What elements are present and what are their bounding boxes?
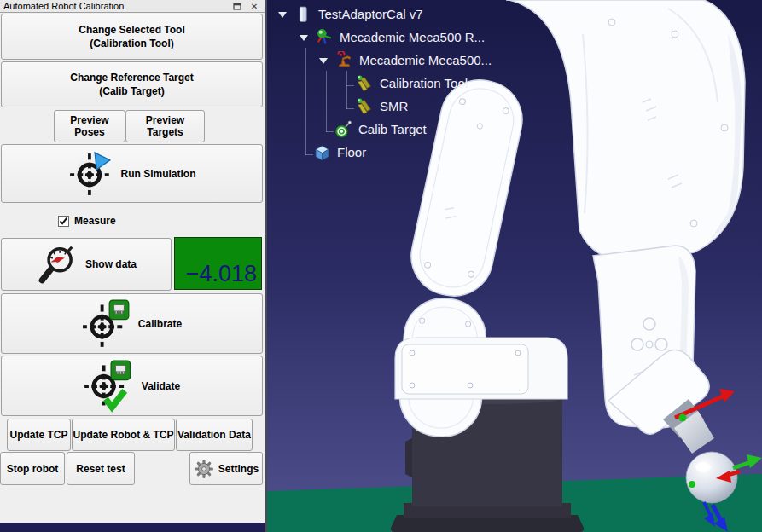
preview-targets-label: Preview Targets (126, 114, 204, 138)
change-tool-line2: (Calibration Tool) (90, 37, 173, 50)
validate-icon (84, 360, 135, 413)
validate-label: Validate (142, 380, 180, 392)
tool-icon (356, 97, 374, 115)
update-tcp-button[interactable]: Update TCP (7, 419, 71, 451)
change-reference-target-button[interactable]: Change Reference Target (Calib Target) (1, 61, 263, 107)
calibrate-button[interactable]: Calibrate (1, 293, 263, 354)
viewport-3d[interactable]: TestAdaptorCal v7 Mecademic Meca500 R... (267, 0, 762, 532)
panel-titlebar: Automated Robot Calibration ✕ (0, 0, 265, 13)
stop-robot-button[interactable]: Stop robot (0, 452, 65, 485)
robodk-window: Automated Robot Calibration ✕ Change Sel… (0, 0, 762, 532)
panel-bottom-strip (0, 523, 265, 532)
change-target-line2: (Calib Target) (99, 84, 164, 98)
close-icon[interactable]: ✕ (247, 1, 261, 12)
change-target-line1: Change Reference Target (70, 71, 194, 84)
settings-label: Settings (218, 463, 259, 475)
flange-marker-green (679, 414, 687, 422)
run-simulation-button[interactable]: Run Simulation (1, 144, 263, 203)
tree-item-label: Calibration Tool (380, 76, 468, 90)
measurement-display: −4.018 (174, 237, 262, 290)
validation-data-label: Validation Data (177, 429, 251, 441)
expand-toggle[interactable] (277, 10, 288, 19)
measure-checkbox[interactable] (58, 216, 69, 227)
reset-test-label: Reset test (76, 463, 125, 475)
tree-item-robot-frame[interactable]: Mecademic Meca500 R... (272, 26, 492, 49)
robot-base (395, 338, 567, 399)
panel-title: Automated Robot Calibration (3, 1, 230, 11)
gear-icon (194, 459, 214, 479)
expand-toggle[interactable] (299, 33, 309, 42)
preview-poses-label: Preview Poses (55, 114, 125, 138)
tree-item-label: TestAdaptorCal v7 (318, 7, 423, 21)
reset-test-button[interactable]: Reset test (67, 452, 135, 485)
change-selected-tool-button[interactable]: Change Selected Tool (Calibration Tool) (1, 14, 263, 60)
gauge-magnifier-icon (36, 243, 79, 286)
tool-icon (356, 74, 374, 92)
robot-icon (335, 51, 353, 69)
calibrate-icon (82, 299, 131, 349)
run-simulation-icon (68, 151, 114, 197)
update-tcp-label: Update TCP (9, 429, 67, 441)
stop-robot-label: Stop robot (7, 463, 59, 475)
expand-toggle[interactable] (318, 56, 329, 65)
settings-button[interactable]: Settings (189, 452, 263, 485)
tree-item-station[interactable]: TestAdaptorCal v7 (272, 3, 492, 26)
measure-row: Measure (58, 213, 116, 228)
tree-item-label: Calib Target (358, 122, 427, 136)
tree-item-label: Floor (337, 145, 366, 159)
target-icon (334, 120, 352, 138)
change-tool-line1: Change Selected Tool (79, 23, 184, 37)
update-robot-tcp-button[interactable]: Update Robot & TCP (72, 419, 175, 451)
update-robot-tcp-label: Update Robot & TCP (73, 429, 174, 441)
float-panel-icon[interactable] (230, 1, 244, 12)
station-tree: TestAdaptorCal v7 Mecademic Meca500 R... (272, 3, 492, 164)
preview-poses-button[interactable]: Preview Poses (54, 110, 125, 142)
sphere-marker-green (689, 481, 695, 488)
validate-button[interactable]: Validate (1, 356, 263, 416)
tree-item-label: Mecademic Meca500 R... (340, 30, 485, 44)
sphere-highlight (695, 462, 711, 472)
tree-item-label: SMR (380, 99, 408, 113)
preview-targets-button[interactable]: Preview Targets (125, 110, 205, 142)
validation-data-button[interactable]: Validation Data (176, 419, 253, 451)
show-data-button[interactable]: Show data (1, 238, 172, 291)
tree-item-label: Mecademic Meca500... (359, 53, 492, 67)
measure-label: Measure (74, 215, 116, 227)
calibration-panel: Automated Robot Calibration ✕ Change Sel… (0, 0, 267, 532)
floor-icon (313, 143, 331, 161)
run-simulation-label: Run Simulation (121, 168, 196, 180)
show-data-label: Show data (85, 258, 137, 270)
station-icon (294, 5, 312, 23)
reference-frame-icon (316, 28, 334, 46)
calibrate-label: Calibrate (138, 318, 182, 330)
